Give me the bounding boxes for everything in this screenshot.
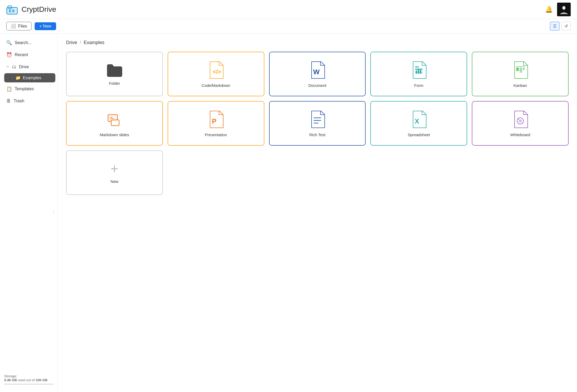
expand-icon: + (12, 76, 13, 80)
sidebar-more-dots[interactable]: ··· (50, 208, 57, 218)
svg-point-6 (14, 10, 15, 12)
svg-rect-18 (520, 67, 522, 73)
kanban-label: Kanban (514, 83, 527, 88)
storage-bar (4, 384, 53, 385)
content-area: Drive / Examples Folder </> Code/Markdow… (58, 34, 577, 392)
search-label: Search... (15, 40, 31, 45)
files-icon: ⬜ (11, 24, 16, 29)
drive-folder-icon: 🗂 (12, 64, 17, 70)
search-icon: 🔍 (6, 40, 12, 46)
svg-point-30 (519, 119, 522, 123)
clock-icon: ⏰ (6, 52, 12, 58)
user-avatar[interactable] (557, 3, 571, 16)
code-markdown-label: Code/Markdown (202, 83, 230, 88)
code-markdown-icon: </> (207, 61, 224, 80)
svg-text:P: P (212, 117, 216, 125)
svg-rect-15 (418, 69, 419, 74)
storage-text: Storage: 0.46 GB used out of 100 GB (4, 374, 53, 382)
card-spreadsheet[interactable]: X Spreadsheet (370, 101, 467, 146)
svg-point-31 (517, 118, 519, 120)
svg-rect-17 (516, 67, 519, 71)
breadcrumb: Drive / Examples (66, 40, 569, 45)
logo-area: CryptDrive (6, 4, 56, 15)
sidebar-item-examples[interactable]: + 📁 Examples (4, 73, 55, 82)
spreadsheet-icon: X (410, 110, 427, 129)
toolbar-right: ☰ ↺ (550, 22, 571, 30)
sidebar-item-search[interactable]: 🔍 Search... (2, 37, 55, 48)
whiteboard-label: Whiteboard (510, 133, 530, 137)
history-button[interactable]: ↺ (562, 22, 571, 30)
toolbar: ⬜ Files + New ☰ ↺ (0, 19, 577, 34)
card-markdown-slides[interactable]: Markdown slides (66, 101, 163, 146)
sidebar: 🔍 Search... ⏰ Recent − 🗂 Drive + 📁 Examp… (0, 34, 58, 392)
card-whiteboard[interactable]: Whiteboard (472, 101, 569, 146)
folder-icon: 📁 (15, 75, 21, 80)
svg-point-32 (522, 123, 523, 124)
storage-area: Storage: 0.46 GB used out of 100 GB (0, 370, 57, 389)
markdown-slides-label: Markdown slides (100, 133, 129, 137)
examples-label: Examples (23, 76, 41, 80)
app-title: CryptDrive (22, 5, 56, 14)
header: CryptDrive 🔔 (0, 0, 577, 19)
storage-between: used out of (18, 378, 35, 382)
notifications-bell-icon[interactable]: 🔔 (545, 6, 553, 13)
card-kanban[interactable]: Kanban (472, 52, 569, 96)
files-button[interactable]: ⬜ Files (6, 22, 31, 30)
kanban-icon (512, 61, 529, 80)
svg-text:</>: </> (213, 68, 221, 75)
folder-label: Folder (109, 81, 120, 86)
svg-text:W: W (313, 68, 320, 76)
rich-text-label: Rich Text (309, 133, 325, 137)
svg-point-5 (9, 10, 10, 12)
storage-fill (4, 384, 4, 385)
form-icon (410, 61, 427, 80)
svg-rect-14 (416, 71, 417, 74)
drive-label: Drive (19, 65, 29, 69)
presentation-label: Presentation (205, 133, 227, 137)
card-code-markdown[interactable]: </> Code/Markdown (168, 52, 264, 96)
spreadsheet-label: Spreadsheet (408, 133, 430, 137)
storage-used: 0.46 GB (4, 378, 17, 382)
rich-text-icon (309, 110, 326, 129)
breadcrumb-root[interactable]: Drive (66, 40, 77, 45)
breadcrumb-separator: / (80, 40, 81, 45)
sidebar-tree: + 📁 Examples (0, 73, 57, 83)
svg-rect-19 (523, 67, 525, 70)
document-icon: W (309, 61, 326, 80)
trash-icon: 🗑 (6, 98, 11, 104)
recent-label: Recent (15, 52, 28, 57)
svg-text:X: X (415, 117, 419, 125)
new-card-label: New (110, 179, 118, 184)
list-view-button[interactable]: ☰ (550, 22, 559, 30)
files-label: Files (18, 24, 27, 29)
form-label: Form (414, 83, 423, 88)
card-presentation[interactable]: P Presentation (168, 101, 264, 146)
svg-rect-16 (420, 70, 421, 74)
sidebar-item-drive[interactable]: − 🗂 Drive (2, 61, 55, 72)
document-label: Document (308, 83, 326, 88)
main-layout: 🔍 Search... ⏰ Recent − 🗂 Drive + 📁 Examp… (0, 34, 577, 392)
card-rich-text[interactable]: Rich Text (269, 101, 366, 146)
svg-point-8 (562, 6, 565, 10)
drive-collapse-icon: − (6, 64, 9, 70)
sidebar-item-trash[interactable]: 🗑 Trash (2, 96, 55, 106)
cards-grid: Folder </> Code/Markdown W Document (66, 52, 569, 195)
storage-label: Storage: (4, 374, 17, 378)
card-new[interactable]: + New (66, 150, 163, 195)
card-folder[interactable]: Folder (66, 52, 163, 96)
markdown-slides-icon (106, 110, 123, 129)
card-document[interactable]: W Document (269, 52, 366, 96)
plus-icon: + (110, 162, 118, 176)
new-button[interactable]: + New (35, 22, 56, 30)
folder-icon (106, 63, 123, 77)
whiteboard-icon (512, 110, 529, 129)
sidebar-item-templates[interactable]: 📋 Templates (2, 83, 55, 94)
header-right: 🔔 (545, 3, 571, 16)
templates-label: Templates (15, 87, 34, 91)
breadcrumb-current: Examples (84, 40, 104, 45)
card-form[interactable]: Form (370, 52, 467, 96)
templates-icon: 📋 (6, 86, 12, 92)
storage-total: 100 GB (36, 378, 47, 382)
sidebar-item-recent[interactable]: ⏰ Recent (2, 49, 55, 60)
new-label: + New (39, 24, 51, 29)
